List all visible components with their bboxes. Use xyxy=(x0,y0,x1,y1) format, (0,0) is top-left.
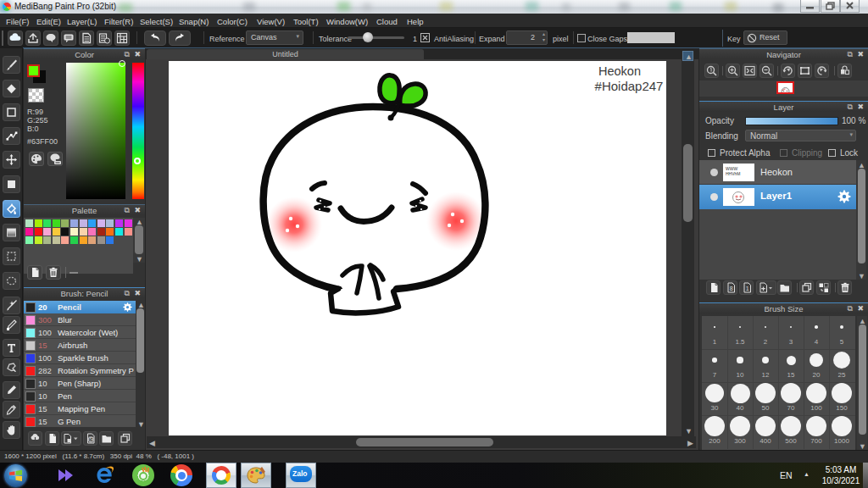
svg-text:#Hoidap247: #Hoidap247 xyxy=(595,79,664,93)
svg-text:S: S xyxy=(89,436,92,441)
svg-text:Heokon: Heokon xyxy=(598,64,641,78)
svg-text:8: 8 xyxy=(730,286,733,291)
svg-text:1: 1 xyxy=(746,286,749,291)
